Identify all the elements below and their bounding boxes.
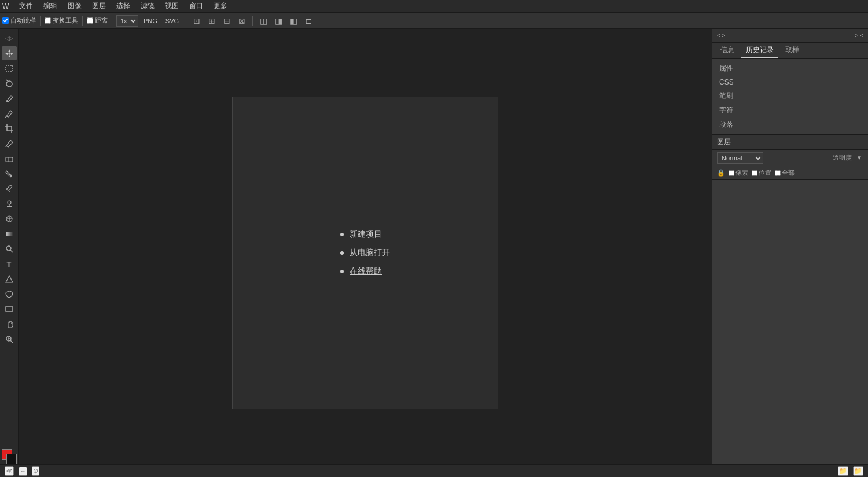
shape-tool-btn[interactable]: [2, 272, 17, 286]
prop-stroke[interactable]: 笔刷: [712, 89, 868, 103]
rect-draw-tool-btn[interactable]: [2, 302, 17, 316]
transform-label: 变换工具: [53, 16, 78, 25]
pencil-tool-btn[interactable]: [2, 182, 17, 196]
toolbar-icon-5[interactable]: ◫: [257, 14, 270, 27]
color-swatches[interactable]: [2, 449, 17, 464]
menu-item-3[interactable]: 图层: [87, 0, 111, 12]
online-help-item[interactable]: 在线帮助: [340, 266, 390, 277]
prop-character[interactable]: 字符: [712, 103, 868, 118]
fill-tool-btn[interactable]: [2, 167, 17, 181]
toolbar-icon-7[interactable]: ◧: [287, 14, 300, 27]
lock-position-checkbox[interactable]: [752, 170, 757, 176]
status-icon-4[interactable]: 📁: [838, 466, 848, 476]
tab-sample[interactable]: 取样: [781, 43, 804, 58]
right-properties: 属性 CSS 笔刷 字符 段落: [712, 59, 868, 135]
tab-info[interactable]: 信息: [716, 43, 739, 58]
crop-tool-btn[interactable]: [2, 122, 17, 135]
hand-tool-btn[interactable]: [2, 317, 17, 331]
toolbar-icon-3[interactable]: ⊟: [220, 14, 233, 27]
pen-tool-btn[interactable]: [2, 107, 17, 120]
svg-line-19: [10, 250, 13, 252]
toolbar-icon-2[interactable]: ⊞: [205, 14, 218, 27]
new-project-label[interactable]: 新建项目: [350, 229, 382, 240]
toolbar-icon-6[interactable]: ◨: [272, 14, 285, 27]
heal-tool-btn[interactable]: [2, 212, 17, 226]
zoom-view-tool-btn[interactable]: [2, 332, 17, 346]
warp-tool-btn[interactable]: [2, 287, 17, 301]
tool-panel: ◁▷: [0, 29, 19, 477]
toolbar-icon-4[interactable]: ⊠: [236, 14, 248, 27]
svg-rect-7: [6, 157, 13, 162]
auto-sample-input[interactable]: [2, 17, 9, 24]
prop-css[interactable]: CSS: [712, 76, 868, 89]
lock-pixel-checkbox[interactable]: [729, 170, 734, 176]
menu-item-0[interactable]: 文件: [14, 0, 38, 12]
distance-input[interactable]: [87, 17, 93, 24]
background-color[interactable]: [6, 454, 17, 464]
svg-rect-12: [7, 206, 12, 207]
lock-all-checkbox[interactable]: [775, 170, 781, 176]
lasso-tool-btn[interactable]: [2, 76, 17, 90]
toolbar-separator-5: [252, 16, 253, 26]
svg-rect-17: [6, 232, 13, 236]
scale-select[interactable]: 1x 2x 3x: [116, 15, 138, 27]
tab-history[interactable]: 历史记录: [741, 43, 778, 58]
layers-lock-bar: 🔒 像素 位置 全部: [712, 166, 868, 180]
open-computer-item[interactable]: 从电脑打开: [340, 248, 390, 258]
status-icon-5[interactable]: 📁: [853, 466, 863, 476]
text-tool-btn[interactable]: T: [2, 257, 17, 271]
gradient-tool-btn[interactable]: [2, 227, 17, 241]
prop-paragraph[interactable]: 段落: [712, 118, 868, 132]
select-rect-tool-btn[interactable]: [2, 61, 17, 75]
collapse-right-btn[interactable]: > <: [853, 31, 866, 40]
new-project-item[interactable]: 新建项目: [340, 229, 390, 240]
menu-item-6[interactable]: 视图: [160, 0, 183, 12]
right-tabs: 信息 历史记录 取样: [712, 43, 868, 59]
menu-items: 文件编辑图像图层选择滤镜视图窗口更多: [14, 0, 232, 12]
brush-tool-btn[interactable]: [2, 91, 17, 105]
online-help-link[interactable]: 在线帮助: [350, 266, 382, 277]
toolbar-separator-3: [112, 16, 112, 26]
collapse-tool-panel[interactable]: ◁▷: [2, 31, 17, 45]
menu-item-1[interactable]: 编辑: [39, 0, 62, 12]
online-help-bullet: [340, 270, 344, 273]
png-button[interactable]: PNG: [141, 16, 160, 25]
toolbar-icon-8[interactable]: ⊏: [302, 14, 315, 27]
opacity-dropdown-btn[interactable]: ▼: [855, 154, 863, 162]
menu-item-4[interactable]: 选择: [112, 0, 135, 12]
distance-label: 距离: [95, 16, 108, 25]
prop-attributes[interactable]: 属性: [712, 61, 868, 76]
menu-item-5[interactable]: 滤镜: [136, 0, 159, 12]
distance-checkbox[interactable]: 距离: [87, 16, 108, 25]
new-project-bullet: [340, 233, 344, 236]
lock-position-option[interactable]: 位置: [752, 168, 771, 177]
status-icon-1[interactable]: ≪: [5, 466, 14, 476]
toolbar-separator-2: [82, 16, 83, 26]
right-top-bar: < > > <: [712, 29, 868, 43]
toolbar-icon-1[interactable]: ⊡: [190, 14, 203, 27]
status-icon-2[interactable]: ↔: [19, 467, 27, 476]
collapse-left-btn[interactable]: < >: [715, 31, 727, 40]
menu-item-2[interactable]: 图像: [63, 0, 86, 12]
svg-button[interactable]: SVG: [163, 16, 182, 25]
svg-point-11: [8, 201, 11, 204]
open-computer-label[interactable]: 从电脑打开: [350, 248, 390, 258]
svg-point-18: [6, 246, 11, 251]
transform-checkbox[interactable]: 变换工具: [45, 16, 78, 25]
menu-item-8[interactable]: 更多: [209, 0, 232, 12]
open-computer-bullet: [340, 251, 344, 255]
right-top-right-controls: > <: [853, 31, 866, 40]
lock-all-option[interactable]: 全部: [775, 168, 795, 177]
blend-mode-select[interactable]: Normal Multiply Screen Overlay: [717, 152, 763, 164]
auto-sample-checkbox[interactable]: 自动跳样: [2, 16, 36, 25]
stamp-tool-btn[interactable]: [2, 197, 17, 211]
lock-pixel-option[interactable]: 像素: [729, 168, 748, 177]
move-tool-btn[interactable]: [2, 46, 17, 60]
menu-item-7[interactable]: 窗口: [185, 0, 208, 12]
auto-sample-label: 自动跳样: [10, 16, 36, 25]
status-icon-3[interactable]: ⊙: [32, 466, 39, 476]
eyedropper-tool-btn[interactable]: [2, 137, 17, 151]
transform-input[interactable]: [45, 17, 51, 24]
eraser-tool-btn[interactable]: [2, 152, 17, 166]
magnifier-tool-btn[interactable]: [2, 242, 17, 256]
